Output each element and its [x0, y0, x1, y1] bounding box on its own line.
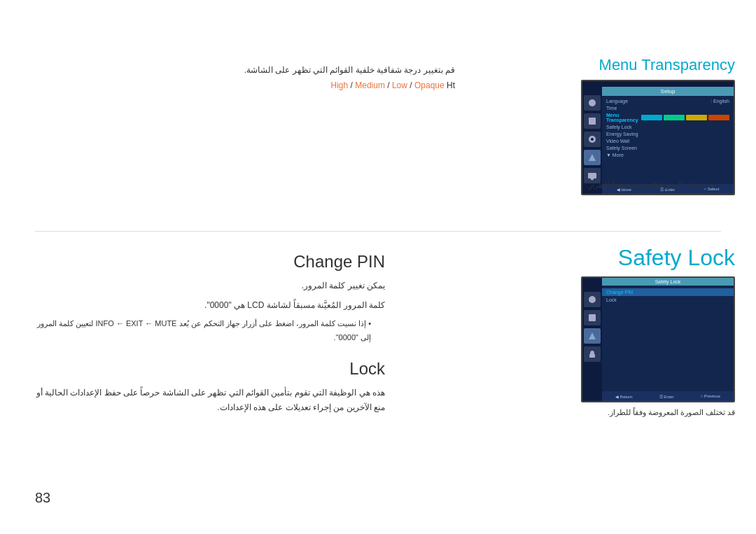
link-opaque[interactable]: Opaque [414, 80, 444, 90]
sep2: / [385, 80, 392, 90]
menu-item-safety-lock: Safety Lock [602, 123, 734, 130]
top-section: قم بتغيير درجة شفافية خلفية القوائم التي… [0, 56, 756, 238]
svg-rect-8 [589, 354, 595, 358]
svg-rect-1 [589, 118, 596, 125]
monitor-screen-bottom: Safety Lock Change PIN Lock ◀ Return ☰ E… [581, 276, 735, 402]
arabic-description-top: قم بتغيير درجة شفافية خلفية القوائم التي… [244, 63, 455, 93]
svg-point-6 [589, 296, 596, 303]
change-pin-title: Change PIN [35, 252, 385, 272]
arabic-caption-bottom: قد تختلف الصورة المعروضة وفقاً للطراز. [581, 408, 735, 417]
change-pin-arabic3: • إذا نسيت كلمة المرور، اضغط على أزرار ج… [35, 317, 385, 345]
safety-lock-panel: Safety Lock Safety Lock Ch [581, 245, 735, 417]
bottom-section: Change PIN يمكن تغيير كلمة المرور. كلمة … [0, 245, 756, 511]
menu-item-language: Language : English [602, 97, 734, 104]
left-content-bottom: Change PIN يمكن تغيير كلمة المرور. كلمة … [35, 252, 385, 416]
menu-item-more: ▼ More [602, 151, 734, 158]
menu-transparency-title: Menu Transparency [581, 56, 735, 74]
highlight-links: High / Medium / Low / Opaque Ht [244, 78, 455, 94]
mon-icon-b1 [584, 292, 601, 307]
monitor-bottom-bottom: ◀ Return ☰ Enter ○ Previous [602, 391, 734, 401]
menu-label-video-wall: Video Wall [606, 139, 629, 143]
arabic-caption-top: قد تختلف الصورة المعروضة وفقاً للطراز. [587, 181, 714, 190]
bottom2-return: ◀ Return [615, 394, 633, 399]
safety-item-lock: Lock [602, 296, 734, 304]
monitor-icons-top [582, 95, 602, 183]
monitor-body-top: Setup Language : English Time Menu Trans… [582, 81, 734, 194]
val-low [686, 115, 707, 120]
link-ht: Ht [444, 80, 455, 90]
safety-top-bar: Safety Lock [602, 278, 734, 286]
mon-icon-3 [584, 132, 601, 147]
safety-lock-title: Safety Lock [581, 245, 735, 271]
setup-bar: Setup [602, 87, 734, 96]
menu-label-safety-screen: Safety Screen [606, 146, 637, 150]
svg-rect-4 [588, 173, 596, 178]
menu-label-energy: Energy Saving [606, 132, 638, 136]
mon-icon-2 [584, 113, 601, 129]
bottom2-enter: ☰ Enter [659, 394, 674, 399]
val-opaque [708, 115, 729, 120]
change-pin-arabic2: كلمة المرور المُعيَّنة مسبقاً لشاشة LCD … [35, 298, 385, 314]
safety-menu-panel: Safety Lock Change PIN Lock [602, 278, 734, 401]
mon-icon-b2 [584, 310, 601, 325]
sep1: / [348, 80, 355, 90]
svg-rect-5 [591, 178, 594, 180]
mon-icon-4-active [584, 150, 601, 165]
val-medium [664, 115, 685, 120]
link-low[interactable]: Low [392, 80, 407, 90]
menu-label-time: Time [606, 106, 617, 111]
menu-label-more: ▼ More [606, 153, 624, 157]
mon-icon-1 [584, 95, 601, 111]
link-high[interactable]: High [331, 80, 349, 90]
menu-transparency-panel: Menu Transparency [581, 56, 735, 195]
menu-item-energy: Energy Saving [602, 130, 734, 137]
monitor-icons-bottom [582, 292, 602, 362]
menu-item-time: Time [602, 104, 734, 111]
menu-label-language: Language [606, 99, 628, 104]
safety-item-change-pin: Change PIN [602, 288, 734, 296]
svg-point-3 [591, 138, 594, 141]
sep3: / [407, 80, 414, 90]
val-high [641, 115, 662, 120]
menu-value-language: : English [710, 99, 729, 104]
link-medium[interactable]: Medium [355, 80, 385, 90]
menu-label-safety: Safety Lock [606, 125, 632, 129]
menu-label-transparency: Menu Transparency [606, 113, 641, 122]
svg-rect-7 [589, 314, 596, 321]
menu-item-safety-screen: Safety Screen [602, 144, 734, 151]
menu-item-video-wall: Video Wall [602, 137, 734, 144]
lock-title: Lock [35, 359, 385, 379]
menu-item-transparency: Menu Transparency [602, 111, 734, 123]
monitor-screen-top: Setup Language : English Time Menu Trans… [581, 80, 735, 195]
arabic-main-text: قم بتغيير درجة شفافية خلفية القوائم التي… [244, 63, 455, 78]
transparency-values [641, 113, 729, 122]
bottom2-previous: ○ Previous [700, 394, 720, 398]
menu-panel-top: Setup Language : English Time Menu Trans… [602, 87, 734, 194]
mon-icon-b4 [584, 346, 601, 362]
lock-arabic: هذه هي الوظيفة التي تقوم بتأمين القوائم … [35, 386, 385, 416]
change-pin-arabic1: يمكن تغيير كلمة المرور. [35, 279, 385, 294]
svg-point-0 [589, 99, 596, 106]
mon-icon-b3-active [584, 328, 601, 344]
